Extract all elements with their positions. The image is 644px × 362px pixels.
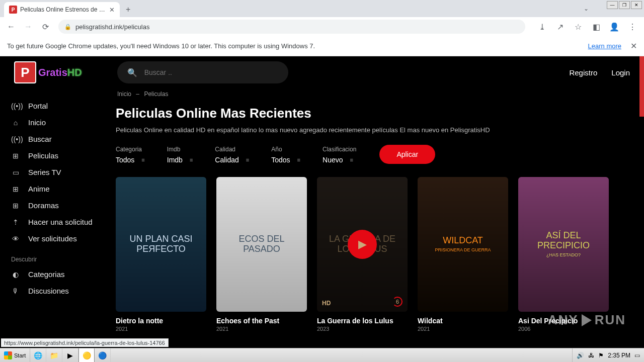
sort-icon: ≡ bbox=[246, 157, 248, 163]
sidebar-item[interactable]: ((•))Portal bbox=[11, 98, 116, 114]
breadcrumb-home[interactable]: Inicio bbox=[117, 90, 131, 98]
movie-poster[interactable]: ASÍ DEL PRECIPICIO¿HAS ESTADO? bbox=[518, 177, 609, 312]
breadcrumb: Inicio – Peliculas bbox=[116, 90, 630, 98]
movie-title[interactable]: Asi Del Precipicio bbox=[518, 317, 609, 325]
bookmark-icon[interactable]: ☆ bbox=[571, 20, 586, 34]
sidebar-item[interactable]: ⇡Hacer una solicitud bbox=[11, 214, 116, 230]
apply-button[interactable]: Aplicar bbox=[379, 145, 435, 164]
sidebar-item[interactable]: ((•))Buscar bbox=[11, 131, 116, 147]
new-tab-button[interactable]: + bbox=[120, 2, 136, 17]
browser-tab[interactable]: P Peliculas Online Estrenos de Pelicula … bbox=[4, 2, 120, 17]
window-controls: — ❐ ✕ bbox=[607, 1, 642, 9]
lock-icon: 🔒 bbox=[64, 24, 71, 30]
filter: Clasificacion Nuevo≡ bbox=[323, 146, 356, 164]
register-link[interactable]: Registro bbox=[569, 68, 597, 77]
sort-icon: ≡ bbox=[141, 157, 143, 163]
movie-title[interactable]: Echoes of the Past bbox=[216, 317, 307, 325]
tray-flag-icon[interactable]: ⚑ bbox=[598, 352, 604, 359]
login-link[interactable]: Login bbox=[611, 68, 630, 77]
start-button[interactable]: Start bbox=[0, 348, 30, 362]
favicon: P bbox=[9, 6, 17, 14]
sidebar-label: Series TV bbox=[28, 168, 61, 176]
filter: Categoria Todos≡ bbox=[116, 146, 144, 164]
taskbar-ie-icon[interactable]: 🌐 bbox=[30, 348, 46, 362]
sidebar-icon: ((•)) bbox=[11, 135, 20, 143]
share-icon[interactable]: ↗ bbox=[552, 20, 568, 34]
scrollbar[interactable] bbox=[639, 56, 644, 117]
tray-clock[interactable]: 2:35 PM bbox=[608, 352, 630, 359]
sidebar-icon: ⊞ bbox=[11, 202, 20, 210]
sidebar-icon: ⌂ bbox=[11, 119, 20, 127]
forward-button[interactable]: → bbox=[21, 20, 35, 34]
info-bar-message: To get future Google Chrome updates, you… bbox=[7, 42, 315, 50]
site-logo[interactable]: P GratisHD bbox=[14, 61, 82, 83]
sidebar-icon: 🎙 bbox=[11, 287, 20, 295]
sidebar-label: Ver solicitudes bbox=[28, 234, 77, 243]
menu-icon[interactable]: ⋮ bbox=[625, 20, 640, 34]
sidebar-item[interactable]: ⊞Anime bbox=[11, 180, 116, 197]
main-content: Inicio – Peliculas Peliculas Online Mas … bbox=[116, 88, 644, 348]
sidepanel-icon[interactable]: ◧ bbox=[589, 20, 604, 34]
sidebar-label: Buscar bbox=[28, 135, 52, 143]
tray-show-desktop[interactable]: ▭ bbox=[634, 352, 640, 359]
taskbar-edge-icon[interactable]: 🔵 bbox=[95, 348, 111, 362]
sidebar-icon: ⊞ bbox=[11, 185, 20, 193]
filter-dropdown[interactable]: Todos≡ bbox=[271, 156, 299, 164]
profile-icon[interactable]: 👤 bbox=[607, 20, 622, 34]
movie-poster[interactable]: WILDCATPRISIONERA DE GUERRA bbox=[418, 177, 508, 312]
filter-dropdown[interactable]: Calidad≡ bbox=[215, 156, 248, 164]
movie-year: 2021 bbox=[216, 326, 307, 332]
sidebar-item[interactable]: 👁Ver solicitudes bbox=[11, 230, 116, 247]
sidebar-label: Inicio bbox=[28, 118, 46, 127]
movie-poster[interactable]: ECOS DEL PASADO bbox=[216, 177, 307, 312]
sidebar-icon: ◐ bbox=[11, 270, 20, 279]
minimize-button[interactable]: — bbox=[607, 1, 618, 9]
movie-card: ECOS DEL PASADOEchoes of the Past 2021 bbox=[216, 177, 307, 332]
page-subtitle: Peliculas Online en calidad HD en españo… bbox=[116, 126, 630, 134]
status-bar-url: https://www.pelisgratishd.ink/pelicula/l… bbox=[1, 338, 169, 347]
tab-close-icon[interactable]: ✕ bbox=[109, 6, 115, 14]
page-title: Peliculas Online Mas Recientes bbox=[116, 106, 630, 121]
taskbar-chrome-icon[interactable]: 🟡 bbox=[78, 348, 95, 362]
search-input[interactable] bbox=[144, 68, 278, 76]
learn-more-link[interactable]: Learn more bbox=[588, 42, 621, 50]
sidebar: ((•))Portal⌂Inicio((•))Buscar⊞Peliculas▭… bbox=[0, 88, 116, 348]
filter-dropdown[interactable]: Nuevo≡ bbox=[323, 156, 356, 164]
movie-poster[interactable]: LA GUERRA DE LOS LULUS▶HD6 bbox=[317, 177, 408, 312]
logo-icon: P bbox=[14, 61, 36, 83]
movie-title[interactable]: Wildcat bbox=[418, 317, 508, 325]
tray-volume-icon[interactable]: 🔊 bbox=[577, 352, 584, 359]
sidebar-item[interactable]: ⌂Inicio bbox=[11, 114, 116, 131]
sidebar-item[interactable]: ◐Categorias bbox=[11, 266, 116, 283]
sidebar-item[interactable]: ⊞Doramas bbox=[11, 197, 116, 214]
tabs-dropdown-icon[interactable]: ⌄ bbox=[584, 5, 589, 12]
play-icon[interactable]: ▶ bbox=[348, 230, 377, 259]
taskbar-media-icon[interactable]: ▶ bbox=[62, 348, 78, 362]
poster-art-text: UN PLAN CASI PEЯFECTO bbox=[116, 234, 206, 254]
taskbar-explorer-icon[interactable]: 📁 bbox=[46, 348, 62, 362]
sidebar-item[interactable]: ⊞Peliculas bbox=[11, 147, 116, 164]
search-box[interactable]: 🔍 bbox=[117, 61, 288, 83]
movie-title[interactable]: La Guerra de los Lulus bbox=[317, 317, 408, 325]
reload-button[interactable]: ⟳ bbox=[38, 20, 52, 34]
sidebar-label: Discusiones bbox=[28, 287, 69, 295]
sidebar-item[interactable]: 🎙Discusiones bbox=[11, 283, 116, 299]
filter-label: Año bbox=[271, 146, 299, 153]
movie-year: 2021 bbox=[116, 326, 206, 332]
site-header: P GratisHD 🔍 Registro Login bbox=[0, 56, 644, 88]
movie-title[interactable]: Dietro la notte bbox=[116, 317, 206, 325]
info-bar-close-icon[interactable]: ✕ bbox=[630, 41, 637, 51]
sidebar-item[interactable]: ▭Series TV bbox=[11, 164, 116, 180]
movie-year: 2021 bbox=[418, 326, 508, 332]
close-window-button[interactable]: ✕ bbox=[631, 1, 642, 9]
filter-dropdown[interactable]: Imdb≡ bbox=[167, 156, 192, 164]
tray-network-icon[interactable]: 🖧 bbox=[588, 352, 594, 359]
maximize-button[interactable]: ❐ bbox=[619, 1, 630, 9]
install-app-icon[interactable]: ⤓ bbox=[534, 20, 549, 34]
movie-poster[interactable]: UN PLAN CASI PEЯFECTO bbox=[116, 177, 206, 312]
windows-logo-icon bbox=[4, 351, 12, 359]
filter-dropdown[interactable]: Todos≡ bbox=[116, 156, 144, 164]
url-field[interactable]: 🔒 pelisgratishd.ink/peliculas bbox=[58, 20, 525, 34]
back-button[interactable]: ← bbox=[4, 20, 18, 34]
filter-label: Categoria bbox=[116, 146, 144, 153]
